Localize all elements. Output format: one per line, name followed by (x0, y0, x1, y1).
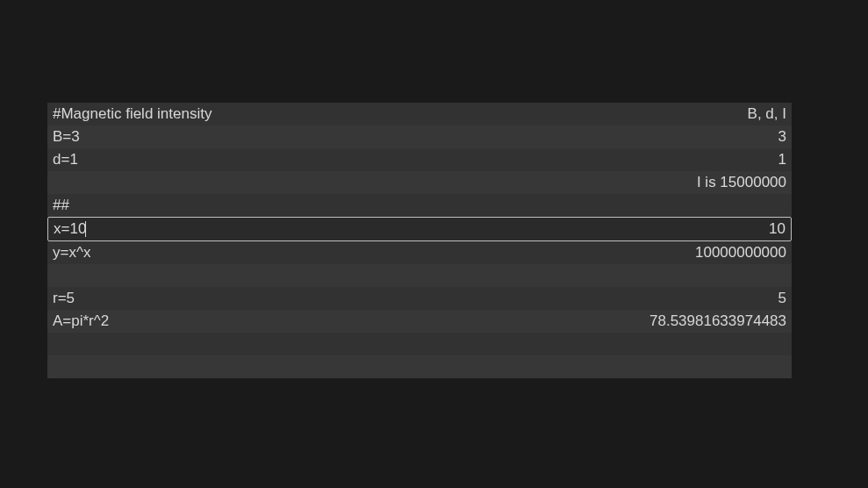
row-expression: r=5 (53, 290, 75, 307)
calc-row[interactable]: A=pi*r^2 78.53981633974483 (47, 310, 792, 333)
active-expression[interactable]: x=10 (54, 220, 86, 238)
row-result: I is 15000000 (53, 174, 786, 191)
row-result: B, d, I (212, 105, 786, 123)
row-expression: A=pi*r^2 (53, 312, 109, 330)
row-result: 78.53981633974483 (109, 312, 786, 330)
calc-row[interactable]: d=1 1 (47, 148, 792, 171)
row-expression: d=1 (53, 151, 78, 169)
calc-row[interactable]: #Magnetic field intensity B, d, I (47, 103, 792, 126)
row-result: 1 (78, 151, 786, 169)
calc-row[interactable]: B=3 3 (47, 126, 792, 148)
active-calc-row[interactable]: x=10 10 (47, 217, 792, 241)
row-expression: B=3 (53, 128, 80, 146)
row-result: 5 (75, 290, 786, 307)
calc-row[interactable] (47, 355, 792, 378)
calc-row[interactable]: r=5 5 (47, 287, 792, 310)
calc-row[interactable] (47, 264, 792, 287)
row-expression: ## (53, 197, 69, 214)
row-result: 3 (80, 128, 786, 146)
row-expression: #Magnetic field intensity (53, 105, 212, 123)
row-result: 10000000000 (90, 244, 786, 262)
calc-row[interactable] (47, 333, 792, 355)
calc-row[interactable]: y=x^x 10000000000 (47, 241, 792, 264)
calculator-sheet: #Magnetic field intensity B, d, I B=3 3 … (47, 103, 792, 378)
calc-row[interactable]: I is 15000000 (47, 171, 792, 194)
active-result: 10 (86, 220, 786, 238)
calc-row[interactable]: ## (47, 194, 792, 217)
row-expression: y=x^x (53, 244, 90, 262)
